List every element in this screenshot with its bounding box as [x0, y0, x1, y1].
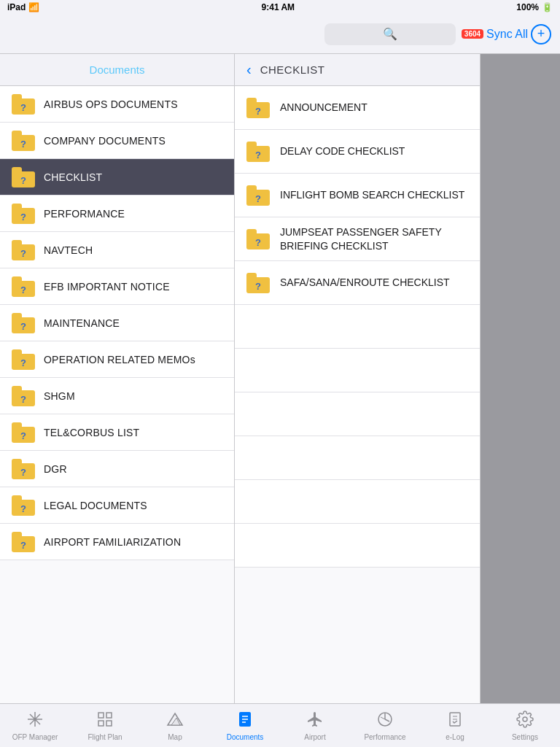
empty-row [235, 392, 480, 436]
tab-performance[interactable]: Performance [350, 704, 420, 747]
nav-item-12[interactable]: ? AIRPORT FAMILIARIZATION [0, 524, 234, 560]
back-button[interactable]: ‹ [246, 61, 252, 78]
tab-label: Flight Plan [88, 733, 122, 741]
search-box[interactable]: 🔍 [324, 23, 456, 45]
svg-rect-8 [106, 721, 112, 726]
folder-icon: ? [12, 532, 35, 552]
carrier-label: iPad [7, 2, 26, 12]
nav-item-5[interactable]: ? EFB IMPORTANT NOTICE [0, 268, 234, 305]
add-button[interactable]: + [531, 24, 551, 44]
nav-item-label: CHECKLIST [44, 171, 102, 183]
airport-icon [306, 711, 324, 731]
search-icon: 🔍 [383, 27, 397, 41]
folder-icon: ? [12, 240, 35, 260]
checklist-item-2[interactable]: ? INFLIGHT BOMB SEARCH CHECKLIST [235, 174, 480, 217]
nav-item-6[interactable]: ? MAINTENANCE [0, 305, 234, 341]
flight-plan-icon [96, 711, 114, 731]
battery-icon: 🔋 [542, 2, 553, 12]
checklist-item-1[interactable]: ? DELAY CODE CHECKLIST [235, 130, 480, 174]
checklist-item-label: ANNOUNCEMENT [280, 101, 368, 114]
nav-item-7[interactable]: ? OPERATION RELATED MEMOs [0, 341, 234, 378]
nav-item-label: SHGM [44, 390, 75, 402]
svg-rect-6 [106, 713, 112, 718]
left-panel-title: Documents [90, 63, 145, 76]
settings-icon [516, 711, 534, 731]
left-panel: Documents ? AIRBUS OPS DOCUMENTS ? COMPA… [0, 54, 235, 703]
nav-item-label: TEL&CORBUS LIST [44, 427, 139, 438]
nav-item-3[interactable]: ? PERFORMANCE [0, 196, 234, 232]
nav-item-label: AIRPORT FAMILIARIZATION [44, 536, 181, 548]
folder-icon: ? [12, 204, 35, 224]
tab-label: Performance [364, 733, 405, 741]
right-panel-title: CHECKLIST [260, 63, 325, 76]
checklist-item-4[interactable]: ? SAFA/SANA/ENROUTE CHECKLIST [235, 261, 480, 305]
checklist-folder-icon: ? [246, 273, 270, 293]
nav-item-4[interactable]: ? NAVTECH [0, 232, 234, 268]
tab-settings[interactable]: Settings [490, 704, 560, 747]
checklist-item-label: JUMPSEAT PASSENGER SAFETY BRIEFING CHECK… [280, 225, 468, 252]
checklist-folder-icon: ? [246, 185, 270, 206]
folder-icon: ? [12, 94, 35, 115]
folder-icon: ? [12, 131, 35, 151]
sync-button[interactable]: Sync All [486, 28, 528, 41]
nav-item-1[interactable]: ? COMPANY DOCUMENTS [0, 123, 234, 159]
tab-label: Settings [512, 733, 538, 741]
tab-label: OFP Manager [12, 733, 58, 741]
performance-icon [376, 711, 394, 731]
empty-row [235, 305, 480, 349]
folder-icon: ? [12, 167, 35, 187]
left-panel-header: Documents [0, 54, 234, 86]
nav-item-label: NAVTECH [44, 244, 93, 256]
checklist-folder-icon: ? [246, 229, 270, 249]
nav-item-label: PERFORMANCE [44, 208, 125, 220]
right-panel-header: ‹ CHECKLIST [235, 54, 480, 86]
tab-flight-plan[interactable]: Flight Plan [70, 704, 140, 747]
sync-badge: 3604 [462, 29, 483, 39]
ofp-manager-icon [26, 711, 44, 731]
tab-airport[interactable]: Airport [280, 704, 350, 747]
checklist-item-label: INFLIGHT BOMB SEARCH CHECKLIST [280, 188, 464, 201]
status-bar: iPad 📶 9:41 AM 100% 🔋 [0, 0, 560, 15]
tab-label: Airport [304, 733, 325, 741]
folder-icon: ? [12, 459, 35, 479]
folder-icon: ? [12, 313, 35, 333]
nav-list: ? AIRBUS OPS DOCUMENTS ? COMPANY DOCUMEN… [0, 86, 234, 703]
folder-icon: ? [12, 422, 35, 443]
wifi-icon: 📶 [28, 2, 39, 12]
tab-label: e-Log [446, 733, 464, 741]
nav-item-label: MAINTENANCE [44, 317, 120, 329]
documents-icon [236, 711, 254, 731]
tab-map[interactable]: Map [140, 704, 210, 747]
nav-item-11[interactable]: ? LEGAL DOCUMENTS [0, 487, 234, 524]
main-content: Documents ? AIRBUS OPS DOCUMENTS ? COMPA… [0, 54, 560, 703]
nav-item-label: LEGAL DOCUMENTS [44, 500, 147, 511]
empty-row [235, 524, 480, 568]
tab-e-log[interactable]: e-Log [420, 704, 490, 747]
folder-icon: ? [12, 276, 35, 297]
nav-item-label: OPERATION RELATED MEMOs [44, 354, 195, 365]
svg-rect-5 [98, 713, 104, 718]
nav-item-2[interactable]: ? CHECKLIST [0, 159, 234, 196]
tab-ofp-manager[interactable]: OFP Manager [0, 704, 70, 747]
nav-item-0[interactable]: ? AIRBUS OPS DOCUMENTS [0, 86, 234, 123]
empty-row [235, 349, 480, 392]
e-log-icon [446, 711, 464, 731]
checklist-item-3[interactable]: ? JUMPSEAT PASSENGER SAFETY BRIEFING CHE… [235, 217, 480, 261]
right-gray-area [480, 54, 560, 703]
map-icon [166, 711, 184, 731]
nav-item-8[interactable]: ? SHGM [0, 378, 234, 414]
checklist-item-0[interactable]: ? ANNOUNCEMENT [235, 86, 480, 130]
nav-item-9[interactable]: ? TEL&CORBUS LIST [0, 414, 234, 451]
svg-rect-7 [98, 721, 104, 726]
nav-item-label: DGR [44, 463, 67, 475]
nav-item-label: EFB IMPORTANT NOTICE [44, 281, 170, 293]
nav-item-label: COMPANY DOCUMENTS [44, 135, 166, 147]
nav-item-label: AIRBUS OPS DOCUMENTS [44, 98, 178, 110]
nav-item-10[interactable]: ? DGR [0, 451, 234, 487]
svg-point-19 [523, 717, 527, 721]
tab-label: Map [168, 733, 182, 741]
tab-documents[interactable]: Documents [210, 704, 280, 747]
empty-row [235, 480, 480, 524]
right-panel: ‹ CHECKLIST ? ANNOUNCEMENT ? DELAY CODE … [235, 54, 480, 703]
folder-icon: ? [12, 349, 35, 370]
